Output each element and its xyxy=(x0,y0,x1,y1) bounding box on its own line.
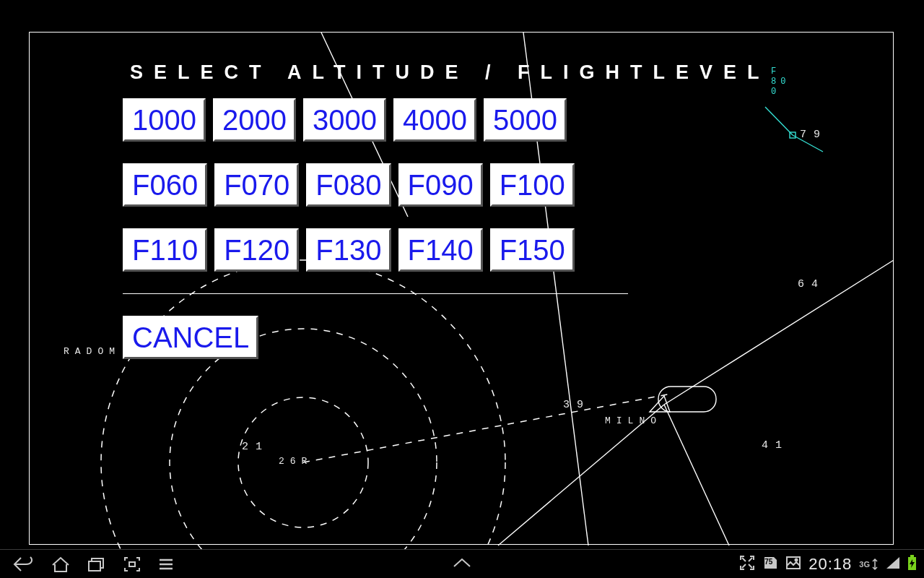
fl-080-button[interactable]: F080 xyxy=(306,163,391,207)
fl-120-button[interactable]: F120 xyxy=(214,228,299,272)
altitude-row-2: F060 F070 F080 F090 F100 xyxy=(123,163,770,207)
alt-1000-button[interactable]: 1000 xyxy=(123,98,206,142)
svg-rect-21 xyxy=(910,555,914,557)
range-64-label: 64 xyxy=(798,278,825,290)
range-79-label: 79 xyxy=(800,129,827,141)
status-right: 75 20:18 3G xyxy=(739,555,924,574)
sd-card-icon: 75 xyxy=(762,556,778,573)
nav-icons xyxy=(0,556,175,573)
alt-3000-button[interactable]: 3000 xyxy=(303,98,386,142)
fl-110-button[interactable]: F110 xyxy=(123,228,207,272)
picture-icon xyxy=(785,556,801,573)
status-clock: 20:18 xyxy=(808,555,852,574)
menu-icon[interactable] xyxy=(157,556,175,573)
runway-label: 26R xyxy=(279,456,313,467)
home-icon[interactable] xyxy=(51,556,71,573)
back-icon[interactable] xyxy=(13,556,35,573)
fullscreen-icon[interactable] xyxy=(739,555,755,574)
fl-090-button[interactable]: F090 xyxy=(398,163,483,207)
fl-060-button[interactable]: F060 xyxy=(123,163,207,207)
altitude-dialog: SELECT ALTITUDE / FLIGHTLEVEL 1000 2000 … xyxy=(123,61,770,381)
fl-100-button[interactable]: F100 xyxy=(490,163,575,207)
fl-140-button[interactable]: F140 xyxy=(398,228,483,272)
fix-radom-label: RADOM xyxy=(64,346,121,357)
dialog-separator xyxy=(123,293,628,294)
fl-130-button[interactable]: F130 xyxy=(306,228,391,272)
battery-charging-icon xyxy=(907,555,917,574)
fl-150-button[interactable]: F150 xyxy=(490,228,575,272)
svg-rect-13 xyxy=(89,561,100,571)
altitude-row-1: 1000 2000 3000 4000 5000 xyxy=(123,98,770,142)
alt-5000-button[interactable]: 5000 xyxy=(484,98,567,142)
cancel-row: CANCEL xyxy=(123,316,770,359)
svg-point-19 xyxy=(796,559,798,561)
dialog-title: SELECT ALTITUDE / FLIGHTLEVEL xyxy=(130,61,770,84)
recents-icon[interactable] xyxy=(87,556,107,573)
signal-icon xyxy=(886,556,900,572)
fix-milno-label: MILNO xyxy=(605,415,662,426)
cancel-button[interactable]: CANCEL xyxy=(123,316,258,359)
range-39-label: 39 xyxy=(563,399,590,411)
range-21-label: 21 xyxy=(242,441,269,453)
alt-4000-button[interactable]: 4000 xyxy=(393,98,476,142)
alt-2000-button[interactable]: 2000 xyxy=(213,98,296,142)
network-3g-icon: 3G xyxy=(859,558,879,571)
altitude-row-3: F110 F120 F130 F140 F150 xyxy=(123,228,770,272)
range-41-label: 41 xyxy=(762,439,789,452)
aircraft-data-tag[interactable]: F 80 0 xyxy=(771,66,790,97)
svg-rect-14 xyxy=(129,562,135,566)
screenshot-icon[interactable] xyxy=(123,556,141,573)
fl-070-button[interactable]: F070 xyxy=(214,163,299,207)
expand-up-icon[interactable] xyxy=(451,556,473,572)
game-screen: RADOM MILNO 26R 21 39 41 64 79 F 80 0 SE… xyxy=(0,0,924,549)
